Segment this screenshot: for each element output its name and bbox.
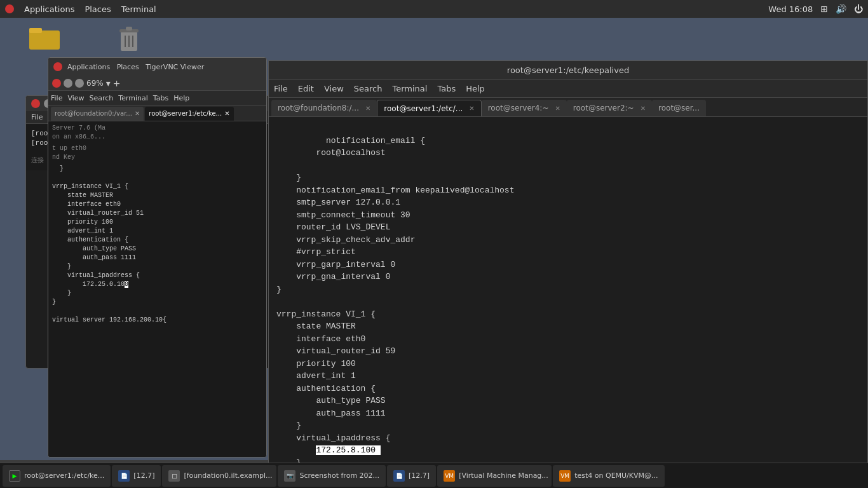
taskbar-item-terminal[interactable]: ▶ root@server1:/etc/ke... [3,465,111,487]
terminal-file-menu[interactable]: File [274,84,288,93]
tab-close-server2[interactable]: ✕ [641,105,646,112]
taskbar-item-foundation[interactable]: □ [foundation0.ilt.exampl... [162,465,276,487]
tab-foundation8[interactable]: root@foundation8:/... ✕ [271,100,377,116]
tab-label-server1: root@server1:/etc/... [384,104,463,113]
system-bar-right: Wed 16:08 ⊞ 🔊 ⏻ [768,4,863,14]
network-icon: ⊞ [820,4,828,14]
zoom-down-button[interactable]: ▾ [106,78,111,88]
taskbar-vm-icon: VM [444,470,455,482]
applications-menu[interactable]: Applications [24,4,74,14]
terminal-code: notification_email { root@localhost } no… [276,136,514,467]
vnc-titlebar: Applications Places TigerVNC Viewer [48,58,266,76]
taskbar-item-12-7-b[interactable]: 📄 [12.7] [387,465,436,487]
terminal-view-menu[interactable]: View [324,84,344,93]
terminal-content: notification_email { root@localhost } no… [269,117,867,466]
svg-rect-0 [29,30,60,50]
tab-label-foundation8: root@foundation8:/... [278,104,359,112]
vnc-content: Server 7.6 (Maon an x86_6... t up eth0 n… [48,121,266,458]
vnc-search-menu[interactable]: Search [90,94,114,102]
taskbar-label-12-7-a: [12.7] [133,471,154,480]
terminal-edit-menu[interactable]: Edit [298,84,314,93]
taskbar-file-icon-b: 📄 [393,470,405,482]
tab-server2[interactable]: root@server2:~ ✕ [567,100,652,116]
tab-label-server4: root@server4:~ [488,104,549,112]
zoom-value: 69% [86,79,104,88]
trash-icon [116,24,142,55]
vnc-tab-close-1[interactable]: ✕ [135,110,140,117]
taskbar-item-test4[interactable]: VM test4 on QEMU/KVM@... [553,465,664,487]
taskbar-item-virt-manager[interactable]: VM [Virtual Machine Manag... [437,465,552,487]
vnc-net-info: t up eth0 [52,144,262,153]
vnc-help-menu[interactable]: Help [173,94,189,102]
vnc-code-block: } vrrp_instance VI_1 { state MASTER inte… [52,165,262,325]
main-terminal: root@server1:/etc/keepalived File Edit V… [268,60,868,486]
vnc-title: Applications Places TigerVNC Viewer [67,63,204,71]
taskbar-file-icon-a: 📄 [118,470,130,482]
trash-icon-area[interactable] [107,24,151,56]
terminal-tabs-menu[interactable]: Tabs [437,84,456,93]
terminal-title: root@server1:/etc/keepalived [507,65,629,75]
places-menu[interactable]: Places [85,4,111,14]
zoom-controls: 69% ▾ + [48,76,266,91]
zoom-up-button[interactable]: + [113,78,121,88]
file-menu[interactable]: File [31,113,43,121]
terminal-tabs: root@foundation8:/... ✕ root@server1:/et… [269,98,867,117]
taskbar-item-12-7-a[interactable]: 📄 [12.7] [112,465,161,487]
desktop-folder-icon[interactable] [22,24,67,52]
vnc-tabs: root@foundation0:/var... ✕ root@server1:… [48,106,266,121]
vnc-close-button[interactable] [53,62,62,71]
vnc-menubar: File View Search Terminal Tabs Help [48,91,266,106]
tab-close-foundation8[interactable]: ✕ [365,105,370,112]
vnc-tab-foundation[interactable]: root@foundation0:/var... ✕ [51,107,144,121]
taskbar-label-foundation: [foundation0.ilt.exampl... [184,471,272,480]
terminal-terminal-menu[interactable]: Terminal [392,84,427,93]
taskbar-label-test4: test4 on QEMU/KVM@... [574,471,658,480]
vnc-win-min[interactable] [64,79,72,88]
terminal-titlebar: root@server1:/etc/keepalived [269,61,867,80]
taskbar-generic-icon-a: □ [168,470,180,482]
close-button[interactable] [31,99,40,108]
vnc-tab-server1[interactable]: root@server1:/etc/ke... ✕ [145,107,233,121]
taskbar-label-virt-manager: [Virtual Machine Manag... [459,471,548,480]
vnc-tab-close-2[interactable]: ✕ [224,110,229,117]
system-bar: Applications Places Terminal Wed 16:08 ⊞… [0,0,868,18]
tab-server4[interactable]: root@server4:~ ✕ [482,100,567,116]
terminal-menubar: File Edit View Search Terminal Tabs Help [269,80,867,98]
tab-close-server1[interactable]: ✕ [469,105,474,112]
power-icon: ⏻ [854,4,863,14]
taskbar-screenshot-icon: 📷 [284,470,295,482]
terminal-help-menu[interactable]: Help [466,84,485,93]
terminal-menu[interactable]: Terminal [121,4,156,14]
vnc-win-max[interactable] [75,79,84,88]
vnc-terminal-menu[interactable]: Terminal [118,94,148,102]
cursor-highlight: 172.25.8.100 [316,445,380,455]
tab-server-extra[interactable]: root@ser... [652,100,706,116]
vnc-view-menu[interactable]: View [67,94,84,102]
audio-icon: 🔊 [836,4,846,14]
vnc-tab-label-1: root@foundation0:/var... [55,110,132,117]
tab-close-server4[interactable]: ✕ [555,105,560,112]
taskbar-label-screenshot: Screenshot from 202... [299,471,379,480]
vnc-nd-key: nd Key [52,153,262,162]
taskbar-terminal-icon: ▶ [9,470,20,482]
vnc-window: Applications Places TigerVNC Viewer 69% … [48,57,267,458]
tab-label-server2: root@server2:~ [573,104,634,112]
vnc-tab-label-2: root@server1:/etc/ke... [149,110,222,117]
vnc-file-menu[interactable]: File [51,94,62,102]
tab-label-extra: root@ser... [658,104,700,112]
vnc-cursor: 0 [125,281,128,288]
svg-rect-1 [29,28,42,33]
taskbar: ▶ root@server1:/etc/ke... 📄 [12.7] □ [fo… [0,463,868,488]
app-indicator [5,4,14,13]
taskbar-test4-icon: VM [559,470,571,482]
vnc-tabs-menu[interactable]: Tabs [153,94,168,102]
taskbar-label-terminal: root@server1:/etc/ke... [24,471,104,480]
system-time: Wed 16:08 [768,4,813,14]
tab-server1[interactable]: root@server1:/etc/... ✕ [377,100,481,116]
terminal-search-menu[interactable]: Search [354,84,383,93]
folder-icon [29,24,60,51]
vnc-win-close[interactable] [52,79,61,88]
desktop: File File Edit View Help [roo [roo 连接 Ap… [0,18,868,460]
taskbar-item-screenshot[interactable]: 📷 Screenshot from 202... [278,465,386,487]
svg-rect-4 [126,27,132,30]
